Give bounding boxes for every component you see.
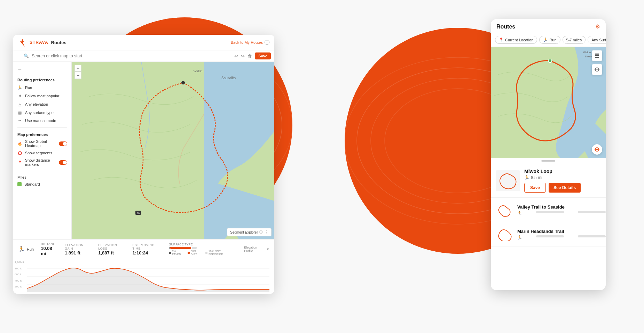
svg-rect-25 (595, 57, 599, 58)
marin-headlands-subbar-1 (536, 235, 564, 237)
run-icon: 🏃 (17, 85, 22, 90)
miwok-loop-distance: 🏃 8.5 mi (524, 175, 601, 180)
stats-run-icon: 🏃 (18, 246, 25, 252)
search-input[interactable] (32, 54, 231, 58)
marin-headlands-route-item[interactable]: Marin Headlands Trail 🏃 (491, 222, 606, 246)
elev-y-200: 200 ft (15, 285, 24, 288)
svg-point-33 (596, 149, 598, 150)
zoom-out-button[interactable]: − (74, 72, 81, 79)
save-button[interactable]: Save (255, 52, 271, 59)
miwok-details-button[interactable]: See Details (549, 183, 581, 193)
desktop-sidebar: ← Routing preferences 🏃 Run ⬆ Follow mos… (13, 62, 72, 239)
paved-bar (169, 247, 170, 249)
segments-toggle-row[interactable]: ⭕ Show segments (13, 149, 71, 157)
zoom-in-button[interactable]: + (74, 65, 81, 72)
scroll-indicator (541, 160, 555, 162)
toolbar-icons: ↩ ↪ 🗑 Save (234, 52, 271, 59)
desktop-app-card: STRAVA Routes Back to My Routes i ← 🔍 ↩ … (13, 35, 274, 294)
mobile-topbar: Routes ⚙ (491, 19, 606, 33)
sidebar-back-button[interactable]: ← (13, 65, 71, 74)
map-style-label: Standard (24, 182, 40, 186)
undo-icon[interactable]: ↩ (234, 54, 238, 59)
mobile-route-list: Miwok Loop 🏃 8.5 mi Save See Details Val… (491, 164, 606, 246)
location-chip-icon: 📍 (499, 38, 504, 42)
mobile-app-card: Routes ⚙ 📍 Current Location 🏃 Run 5-7 mi… (491, 19, 606, 290)
sidebar-run-label: Run (25, 86, 32, 90)
strava-wordmark: STRAVA (30, 40, 48, 45)
routing-prefs-title: Routing preferences (13, 76, 71, 83)
chevron-down-icon: ▼ (266, 247, 269, 251)
miwok-loop-distance-icon: 🏃 (524, 175, 529, 180)
svg-text:Waldo: Waldo (194, 70, 202, 73)
chip-run[interactable]: 🏃 Run (539, 36, 560, 44)
stats-elevation-gain: Elevation Gain 1,891 ft (65, 243, 91, 255)
info-icon: i (265, 40, 269, 45)
sidebar-item-run[interactable]: 🏃 Run (13, 83, 71, 92)
distance-value: 10.08 mi (41, 246, 58, 256)
activity-type-item: 🏃 Run (18, 246, 34, 252)
segment-explorer-menu-icon[interactable]: ⋮ (264, 230, 268, 235)
desktop-map[interactable]: 10 Sausalito Waldo + − Segment Explorer … (72, 62, 274, 239)
elevation-profile-button[interactable]: Elevation Profile ▼ (244, 246, 269, 253)
heatmap-toggle[interactable] (59, 141, 67, 146)
valley-trail-info: Valley Trail to Seaside 🏃 (517, 204, 606, 216)
redo-icon[interactable]: ↪ (241, 54, 245, 59)
miwok-loop-route-card[interactable]: Miwok Loop 🏃 8.5 mi Save See Details (491, 164, 606, 198)
stats-moving-time: Est. Moving Time 1:10:24 (132, 243, 162, 255)
popular-icon: ⬆ (17, 94, 22, 98)
manual-mode-label: Use manual mode (25, 119, 67, 123)
miwok-loop-thumbnail (496, 170, 520, 191)
miwok-save-button[interactable]: Save (524, 183, 546, 193)
sidebar-item-popular[interactable]: ⬆ Follow most popular (13, 92, 71, 100)
sidebar-divider (17, 127, 67, 128)
delete-icon[interactable]: 🗑 (248, 54, 252, 59)
map-layer-button[interactable] (592, 50, 602, 61)
dirt-legend: 80% DIRT (188, 250, 203, 256)
search-icon: 🔍 (24, 54, 29, 58)
chip-distance[interactable]: 5-7 miles (563, 36, 586, 44)
stats-distance: Distance 10.08 mi (41, 242, 58, 256)
mobile-filter-icon[interactable]: ⚙ (595, 23, 600, 30)
distance-label: Distance (41, 242, 58, 246)
mobile-map[interactable]: Waldo Sausalito (491, 47, 606, 158)
sidebar-manual-mode[interactable]: ✏ Use manual mode (13, 117, 71, 124)
segments-icon: ⭕ (17, 151, 22, 155)
distance-markers-label: Show distance markers (25, 158, 56, 166)
desktop-map-container[interactable]: 10 Sausalito Waldo + − Segment Explorer … (72, 62, 274, 239)
marin-headlands-sub: 🏃 (517, 235, 606, 240)
elevation-icon: △ (17, 102, 22, 107)
mobile-filter-chips: 📍 Current Location 🏃 Run 5-7 miles Any S… (491, 33, 606, 47)
map-zoom-controls: + − (74, 65, 81, 79)
mobile-routes-title: Routes (496, 24, 515, 30)
svg-point-27 (597, 69, 598, 70)
map-target-button[interactable] (592, 64, 602, 75)
strava-logo: STRAVA (18, 38, 48, 47)
paved-legend: 0% PAVED (169, 250, 185, 256)
elev-y-800: 800 ft (15, 267, 24, 270)
elevation-loss-value: 1,887 ft (98, 250, 125, 255)
sidebar-item-elevation[interactable]: △ Any elevation (13, 100, 71, 108)
valley-trail-route-item[interactable]: Valley Trail to Seaside 🏃 (491, 198, 606, 222)
valley-trail-thumbnail (496, 202, 513, 218)
surface-bars (169, 247, 234, 249)
elevation-gain-value: 1,891 ft (65, 250, 91, 255)
heatmap-toggle-row[interactable]: 🔥 Show Global Heatmap (13, 138, 71, 149)
map-prefs-title: Map preferences (13, 130, 71, 138)
left-arrow-icon[interactable]: ← (17, 54, 21, 58)
back-to-routes-link[interactable]: Back to My Routes i (231, 40, 269, 45)
segment-explorer-button[interactable]: Segment Explorer ⓘ ⋮ (227, 228, 272, 236)
svg-text:Waldo: Waldo (583, 51, 591, 54)
sidebar-item-surface[interactable]: ▦ Any surface type (13, 108, 71, 117)
chip-current-location[interactable]: 📍 Current Location (495, 36, 537, 44)
svg-text:Sausalito: Sausalito (221, 76, 236, 80)
dirt-bar (170, 247, 191, 249)
stats-bar: 🏃 Run Distance 10.08 mi Elevation Gain 1… (13, 239, 274, 259)
chip-surface[interactable]: Any Surface (588, 36, 606, 44)
distance-markers-toggle[interactable] (59, 160, 67, 165)
marin-headlands-name: Marin Headlands Trail (517, 229, 606, 234)
elev-y-600: 600 ft (15, 273, 24, 276)
distance-markers-toggle-row[interactable]: 📍 Show distance markers (13, 157, 71, 168)
map-location-button[interactable] (592, 144, 602, 155)
svg-marker-8 (20, 38, 25, 47)
marin-headlands-info: Marin Headlands Trail 🏃 (517, 229, 606, 240)
